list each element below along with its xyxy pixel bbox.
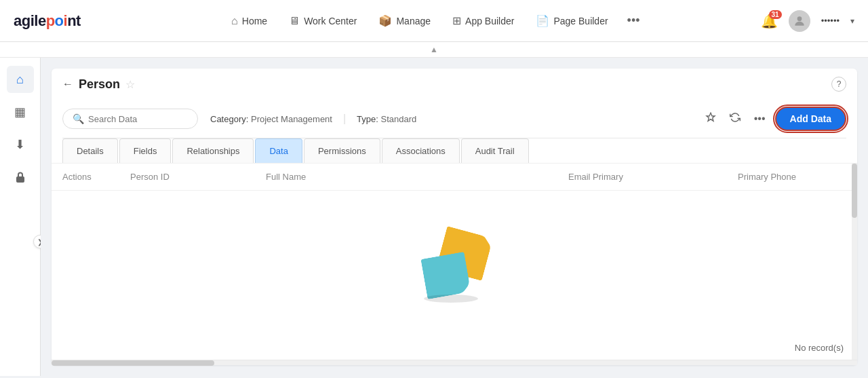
notification-badge: 31 <box>769 10 782 19</box>
nav-workcenter-label: Work Center <box>304 16 357 26</box>
sidebar-item-download[interactable]: ⬇ <box>7 131 34 158</box>
tab-data[interactable]: Data <box>255 138 302 163</box>
svg-point-0 <box>797 16 802 21</box>
category-value: Project Management <box>251 114 332 124</box>
nav-appbuilder[interactable]: ⊞ App Builder <box>444 9 522 33</box>
col-header-primary-phone: Primary Phone <box>738 172 846 182</box>
type-value: Standard <box>381 114 417 124</box>
nav-workcenter[interactable]: 🖥 Work Center <box>281 10 365 33</box>
nav-right: 🔔 31 •••••• ▾ <box>761 10 854 32</box>
type-meta: Type: Standard <box>357 114 416 124</box>
tab-fields[interactable]: Fields <box>119 138 172 163</box>
card-title-row: ← Person ☆ ? <box>62 77 846 92</box>
note-shadow <box>424 295 478 303</box>
col-header-full-name: Full Name <box>266 172 568 182</box>
nav-pagebuilder-label: Page Builder <box>553 16 608 26</box>
empty-state-illustration <box>414 225 495 306</box>
nav-manage[interactable]: 📦 Manage <box>370 9 439 33</box>
add-data-button[interactable]: Add Data <box>775 107 846 131</box>
search-icon: 🔍 <box>73 113 84 124</box>
help-button[interactable]: ? <box>831 77 846 92</box>
sidebar-item-grid[interactable]: ▦ <box>7 98 34 126</box>
toolbar: 🔍 Category: Project Management | Type: S… <box>62 100 846 138</box>
collapse-arrow-icon: ▲ <box>430 45 438 54</box>
horizontal-scrollbar-thumb[interactable] <box>52 360 214 366</box>
tabs: Details Fields Relationships Data Permis… <box>62 138 846 163</box>
tab-associations[interactable]: Associations <box>382 138 460 163</box>
collapse-bar[interactable]: ▲ <box>0 42 868 58</box>
tab-audit-trail[interactable]: Audit Trail <box>461 138 529 163</box>
vertical-scrollbar[interactable] <box>852 164 857 360</box>
type-label: Type: <box>357 114 378 124</box>
nav-manage-label: Manage <box>396 16 431 26</box>
tab-details[interactable]: Details <box>62 138 118 163</box>
col-header-actions: Actions <box>62 172 130 182</box>
sidebar: ⌂ ▦ ⬇ ❯ <box>0 58 41 376</box>
back-button[interactable]: ← <box>62 78 73 90</box>
top-navigation: agilepoint ⌂ Home 🖥 Work Center 📦 Manage… <box>0 0 868 42</box>
avatar[interactable] <box>789 10 810 32</box>
category-label: Category: <box>210 114 248 124</box>
toolbar-right: ••• Add Data <box>701 107 846 131</box>
table-header: Actions Person ID Full Name Email Primar… <box>52 164 857 191</box>
manage-nav-icon: 📦 <box>378 14 392 27</box>
sidebar-item-lock[interactable] <box>7 164 34 191</box>
card-title: ← Person ☆ <box>62 77 135 92</box>
refresh-button[interactable] <box>726 108 745 130</box>
user-menu-chevron-icon[interactable]: ▾ <box>850 16 854 26</box>
search-box[interactable]: 🔍 <box>62 109 198 129</box>
main-content: ← Person ☆ ? 🔍 Category: Pr <box>41 58 868 376</box>
sidebar-item-home[interactable]: ⌂ <box>7 66 34 93</box>
main-card: ← Person ☆ ? 🔍 Category: Pr <box>52 69 857 365</box>
ellipsis-icon: ••• <box>754 113 766 124</box>
nav-appbuilder-label: App Builder <box>465 16 514 26</box>
table-area: Actions Person ID Full Name Email Primar… <box>52 164 857 360</box>
tab-permissions[interactable]: Permissions <box>304 138 380 163</box>
home-nav-icon: ⌂ <box>231 15 238 27</box>
search-input[interactable] <box>88 114 170 124</box>
pin-button[interactable] <box>701 108 720 130</box>
page-title: Person <box>79 77 120 92</box>
svg-rect-1 <box>16 176 24 183</box>
nav-items: ⌂ Home 🖥 Work Center 📦 Manage ⊞ App Buil… <box>108 8 761 33</box>
more-options-button[interactable]: ••• <box>750 109 770 129</box>
pagebuilder-nav-icon: 📄 <box>536 14 549 27</box>
no-records-text: No record(s) <box>795 343 844 353</box>
favorite-star-icon[interactable]: ☆ <box>125 78 135 91</box>
nav-home[interactable]: ⌂ Home <box>223 10 275 33</box>
notifications-button[interactable]: 🔔 31 <box>761 13 778 29</box>
horizontal-scrollbar[interactable] <box>52 360 857 365</box>
logo[interactable]: agilepoint <box>14 12 81 30</box>
nav-more-button[interactable]: ••• <box>622 8 646 33</box>
user-name[interactable]: •••••• <box>821 16 840 26</box>
main-layout: ⌂ ▦ ⬇ ❯ ← Person ☆ ? <box>0 58 868 376</box>
card-header: ← Person ☆ ? 🔍 Category: Pr <box>52 69 857 164</box>
appbuilder-nav-icon: ⊞ <box>452 14 461 27</box>
workcenter-nav-icon: 🖥 <box>289 15 300 27</box>
logo-text: agilepoint <box>14 12 81 30</box>
toolbar-meta: Category: Project Management | Type: Sta… <box>210 113 416 125</box>
nav-pagebuilder[interactable]: 📄 Page Builder <box>528 9 616 33</box>
col-header-person-id: Person ID <box>130 172 266 182</box>
scrollbar-thumb[interactable] <box>852 164 857 218</box>
note-blue <box>420 251 471 299</box>
category-meta: Category: Project Management <box>210 114 332 124</box>
tab-relationships[interactable]: Relationships <box>172 138 254 163</box>
empty-state <box>52 191 857 346</box>
nav-home-label: Home <box>242 16 267 26</box>
col-header-email-primary: Email Primary <box>568 172 738 182</box>
